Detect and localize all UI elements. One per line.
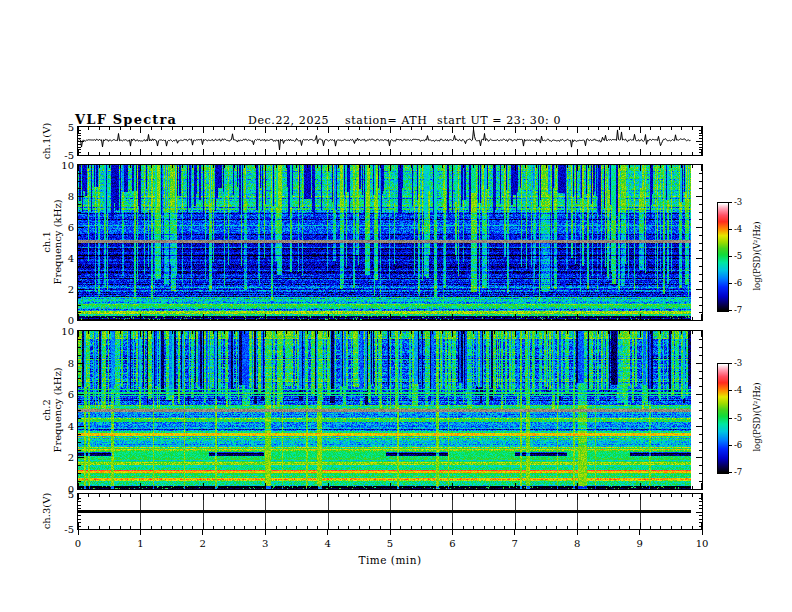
- x-axis-major-tick: [327, 530, 328, 535]
- ch2-spec-ylabel: ch.2 Frequency (kHz): [41, 367, 63, 452]
- ch2-spec-ytick: 6: [52, 389, 74, 400]
- x-tick-label: 6: [440, 538, 464, 549]
- ch3-wave-ylabel: ch.3(V): [41, 493, 52, 530]
- ch2-spec-ylabel-line1: ch.2: [41, 399, 52, 421]
- colorbar-2-label: log(PSD)(V²/Hz): [752, 382, 762, 451]
- cbar1-tick-label: -3: [734, 197, 742, 207]
- ch1-spec-ylabel-line2: Frequency (kHz): [52, 199, 63, 284]
- x-tick-label: 9: [628, 538, 652, 549]
- x-tick-label: 3: [253, 538, 277, 549]
- ch1-waveform-canvas: [77, 126, 703, 156]
- x-tick-label: 5: [378, 538, 402, 549]
- cbar2-tickmark: [728, 363, 732, 364]
- x-axis-major-tick: [639, 530, 640, 535]
- cbar2-tickmark: [728, 390, 732, 391]
- ch2-spec-ytick: 2: [52, 452, 74, 463]
- colorbar-2-canvas: [717, 363, 729, 474]
- ch1-spec-ytick: 8: [52, 191, 74, 202]
- cbar1-tickmark: [728, 310, 732, 311]
- x-axis-major-tick: [265, 530, 266, 535]
- ch1-spectrogram-canvas: [77, 164, 703, 321]
- ch1-spec-ylabel: ch.1 Frequency (kHz): [41, 199, 63, 284]
- cbar1-tick-label: -7: [734, 305, 742, 315]
- cbar2-tick-label: -6: [734, 440, 742, 450]
- colorbar-1-label: log(PSD)(V²/Hz): [752, 221, 762, 290]
- cbar1-tick-label: -5: [734, 251, 742, 261]
- ch1-spec-ytick: 10: [52, 160, 74, 171]
- cbar1-tick-label: -4: [734, 224, 742, 234]
- x-tick-label: 7: [503, 538, 527, 549]
- x-axis-major-tick: [702, 530, 703, 535]
- cbar1-tickmark: [728, 283, 732, 284]
- ch1-wave-ylabel: ch.1(V): [41, 123, 52, 160]
- ch1-spec-ytick: 6: [52, 222, 74, 233]
- x-tick-label: 0: [66, 538, 90, 549]
- ch1-spec-ylabel-line1: ch.1: [41, 231, 52, 253]
- cbar1-tickmark: [728, 202, 732, 203]
- cbar2-tickmark: [728, 418, 732, 419]
- figure-title: VLF Spectra: [75, 112, 177, 127]
- x-axis-title: Time (min): [358, 554, 421, 566]
- x-axis-major-tick: [452, 530, 453, 535]
- x-tick-label: 10: [690, 538, 714, 549]
- x-tick-label: 8: [565, 538, 589, 549]
- ch3-wave-ytick: 5: [52, 489, 74, 500]
- x-axis-major-tick: [514, 530, 515, 535]
- ch2-spec-ytick: 8: [52, 357, 74, 368]
- ch2-spec-ylabel-line2: Frequency (kHz): [52, 367, 63, 452]
- colorbar-1-canvas: [717, 202, 729, 312]
- vlf-spectra-figure: VLF Spectra Dec.22, 2025 station= ATH st…: [0, 0, 792, 612]
- cbar1-tickmark: [728, 256, 732, 257]
- cbar2-tickmark: [728, 472, 732, 473]
- x-tick-label: 1: [128, 538, 152, 549]
- ch1-spec-ytick: 4: [52, 253, 74, 264]
- x-axis-major-tick: [78, 530, 79, 535]
- cbar1-tickmark: [728, 229, 732, 230]
- ch1-spec-ytick: 2: [52, 284, 74, 295]
- cbar1-tick-label: -6: [734, 278, 742, 288]
- ch2-spec-ytick: 10: [52, 326, 74, 337]
- ch1-wave-ytick: 5: [52, 122, 74, 133]
- cbar2-tick-label: -7: [734, 467, 742, 477]
- ch3-waveform-canvas: [77, 493, 703, 530]
- cbar2-tickmark: [728, 445, 732, 446]
- x-tick-label: 2: [191, 538, 215, 549]
- ch2-spec-ytick: 4: [52, 420, 74, 431]
- ch1-spec-ytick: 0: [52, 315, 74, 326]
- ch3-wave-ytick: -5: [52, 524, 74, 535]
- x-axis-major-tick: [202, 530, 203, 535]
- cbar2-tick-label: -5: [734, 413, 742, 423]
- x-axis-major-tick: [577, 530, 578, 535]
- x-tick-label: 4: [316, 538, 340, 549]
- cbar2-tick-label: -3: [734, 358, 742, 368]
- x-axis-major-tick: [140, 530, 141, 535]
- x-axis-major-tick: [390, 530, 391, 535]
- ch2-spectrogram-canvas: [77, 330, 703, 490]
- cbar2-tick-label: -4: [734, 385, 742, 395]
